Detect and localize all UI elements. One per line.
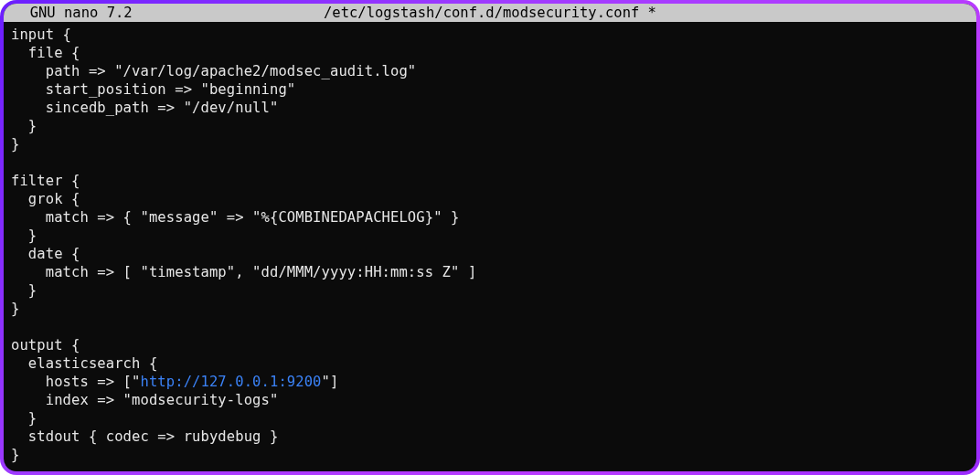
editor-line: ​ [11, 318, 969, 336]
nano-editor-area[interactable]: input { file { path => "/var/log/apache2… [4, 22, 976, 471]
editor-line: match => { "message" => "%{COMBINEDAPACH… [11, 208, 969, 227]
terminal-window-frame: GNU nano 7.2 /etc/logstash/conf.d/modsec… [0, 0, 980, 475]
editor-line: } [11, 409, 969, 428]
editor-line: hosts => ["http://127.0.0.1:9200"] [11, 373, 969, 391]
editor-line: } [11, 135, 969, 153]
editor-line: } [11, 300, 969, 318]
text-segment: hosts => [" [11, 374, 140, 390]
editor-line: sincedb_path => "/dev/null" [11, 99, 969, 117]
editor-line: ​ [11, 153, 969, 172]
terminal-window: GNU nano 7.2 /etc/logstash/conf.d/modsec… [4, 4, 976, 471]
text-segment: "] [322, 374, 339, 390]
editor-line: stdout { codec => rubydebug } [11, 428, 969, 446]
editor-line: } [11, 117, 969, 135]
url-text: http://127.0.0.1:9200 [140, 374, 321, 390]
editor-line: input { [11, 26, 969, 44]
editor-line: elasticsearch { [11, 354, 969, 373]
editor-line: match => [ "timestamp", "dd/MMM/yyyy:HH:… [11, 263, 969, 281]
editor-line: file { [11, 44, 969, 62]
editor-line: filter { [11, 172, 969, 190]
editor-line: } [11, 446, 969, 464]
editor-line: path => "/var/log/apache2/modsec_audit.l… [11, 62, 969, 80]
editor-line: output { [11, 336, 969, 354]
editor-line: } [11, 227, 969, 245]
editor-line: start_position => "beginning" [11, 80, 969, 99]
editor-line: date { [11, 245, 969, 263]
editor-line: } [11, 281, 969, 300]
editor-line: grok { [11, 190, 969, 208]
editor-line: index => "modsecurity-logs" [11, 391, 969, 409]
nano-titlebar: GNU nano 7.2 /etc/logstash/conf.d/modsec… [4, 4, 976, 22]
nano-filename: /etc/logstash/conf.d/modsecurity.conf * [4, 4, 976, 22]
